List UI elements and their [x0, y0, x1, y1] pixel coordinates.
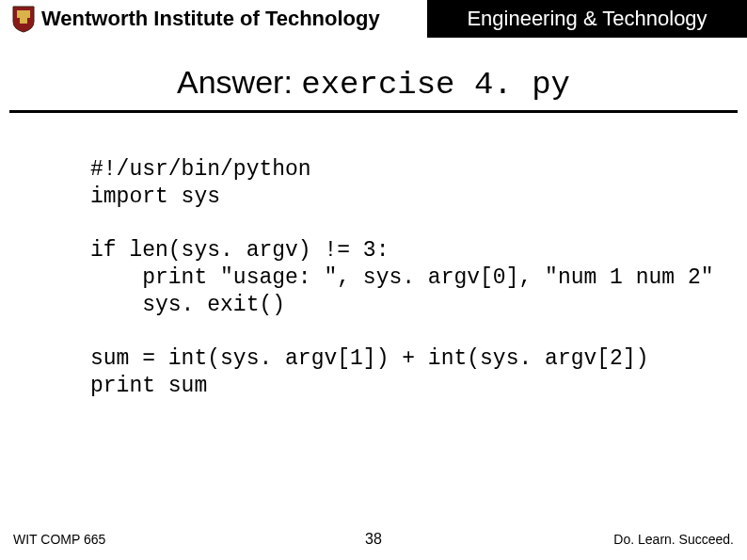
slide-footer: WIT COMP 665 38 Do. Learn. Succeed.	[0, 532, 747, 547]
title-filename: exercise 4. py	[301, 67, 570, 103]
page-number: 38	[365, 531, 382, 548]
header-left: Wentworth Institute of Technology	[0, 0, 427, 38]
course-code: WIT COMP 665	[13, 532, 105, 547]
title-prefix: Answer:	[177, 64, 301, 100]
code-listing: #!/usr/bin/python import sys if len(sys.…	[90, 156, 747, 400]
svg-rect-1	[20, 18, 27, 24]
institution-name: Wentworth Institute of Technology	[41, 7, 380, 31]
institution-logo-icon	[11, 5, 36, 33]
svg-rect-0	[17, 10, 30, 18]
slide-title: Answer: exercise 4. py	[9, 64, 738, 113]
motto: Do. Learn. Succeed.	[613, 532, 734, 547]
slide-header: Wentworth Institute of Technology Engine…	[0, 0, 747, 38]
department-label: Engineering & Technology	[427, 0, 747, 38]
